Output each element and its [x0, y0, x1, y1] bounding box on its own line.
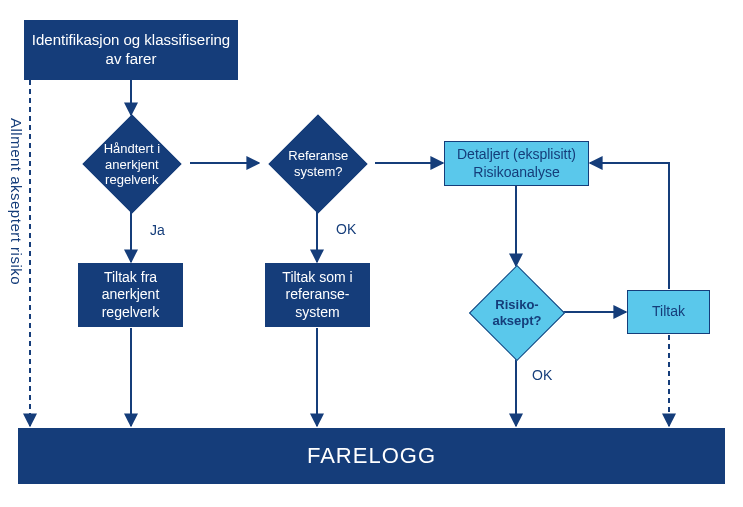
node-tiltak-referanse: Tiltak som i referanse- system — [265, 263, 370, 327]
edge-label-ok2: OK — [532, 367, 552, 383]
edge-label-ja: Ja — [150, 222, 165, 238]
node-decision-regelverk: Håndtert i anerkjent regelverk — [83, 115, 182, 214]
side-text: Allment akseptert risiko — [8, 118, 25, 285]
node-decision-referanse: Referanse system? — [269, 115, 368, 214]
node-tiltak: Tiltak — [627, 290, 710, 334]
node-decision-referanse-label: Referanse system? — [288, 148, 348, 179]
node-decision-aksept-label: Risiko- aksept? — [492, 297, 541, 328]
node-farelogg: FARELOGG — [18, 428, 725, 484]
node-tiltak-regelverk-label: Tiltak fra anerkjent regelverk — [85, 269, 176, 322]
edge-label-ok1: OK — [336, 221, 356, 237]
node-farelogg-label: FARELOGG — [307, 442, 436, 470]
node-decision-regelverk-label: Håndtert i anerkjent regelverk — [104, 141, 160, 188]
node-tiltak-referanse-label: Tiltak som i referanse- system — [272, 269, 363, 322]
node-detaljert-label: Detaljert (eksplisitt) Risikoanalyse — [451, 146, 582, 181]
node-start-label: Identifikasjon og klassifisering av fare… — [31, 31, 231, 69]
node-start: Identifikasjon og klassifisering av fare… — [24, 20, 238, 80]
node-decision-aksept: Risiko- aksept? — [469, 265, 565, 361]
node-tiltak-label: Tiltak — [652, 303, 685, 321]
node-tiltak-regelverk: Tiltak fra anerkjent regelverk — [78, 263, 183, 327]
node-detaljert: Detaljert (eksplisitt) Risikoanalyse — [444, 141, 589, 186]
